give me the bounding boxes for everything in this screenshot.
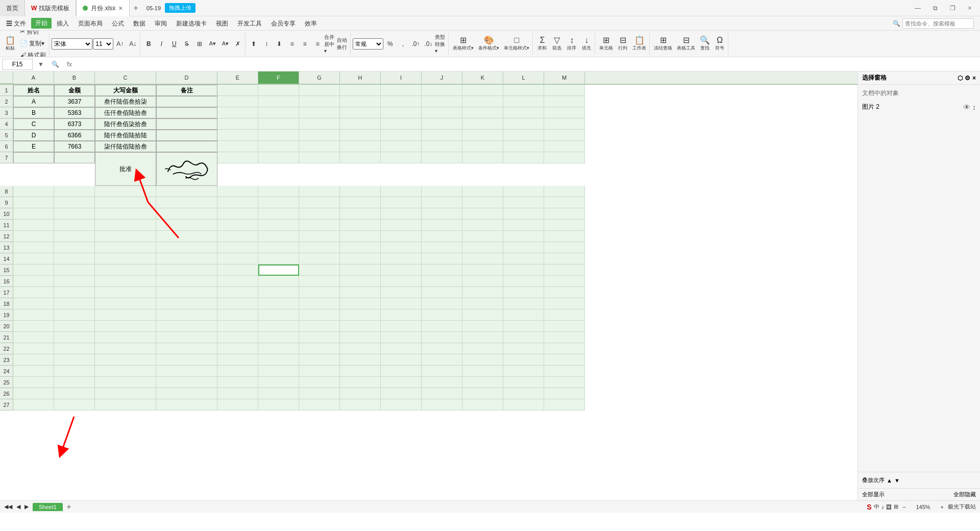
menu-newtab[interactable]: 新建选项卡 [172,17,211,30]
cell-C2[interactable]: 叁仟陆佰叁拾柒 [95,96,156,107]
col-header-A[interactable]: A [13,71,54,84]
cell-I4[interactable] [381,118,422,130]
cell-H8[interactable] [340,186,381,197]
menu-kaishi[interactable]: 开始 [31,18,52,29]
cell-L2[interactable] [503,96,544,107]
cell-K18[interactable] [462,298,503,309]
cell-A4[interactable]: C [13,118,54,130]
cell-H11[interactable] [340,220,381,231]
align-right-button[interactable]: ≡ [311,38,324,50]
format-painter-button[interactable]: 🖌 格式刷 [18,50,48,58]
cell-M26[interactable] [544,388,585,399]
cell-M20[interactable] [544,321,585,332]
row-header-14[interactable]: 14 [0,253,13,264]
menu-formula[interactable]: 公式 [108,17,128,30]
cell-K6[interactable] [462,141,503,152]
cell-C8[interactable] [95,186,156,197]
cell-D7[interactable] [156,152,217,186]
filter-button[interactable]: ▽ 筛选 [550,34,564,54]
cell-M19[interactable] [544,309,585,321]
cell-G11[interactable] [299,220,340,231]
cell-G6[interactable] [299,141,340,152]
cell-I18[interactable] [381,298,422,309]
cell-J7[interactable] [422,152,462,163]
cell-J15[interactable] [422,264,462,276]
cell-K12[interactable] [462,231,503,242]
cell-H1[interactable] [340,85,381,96]
cell-M1[interactable] [544,85,585,96]
row-header-8[interactable]: 8 [0,186,13,197]
cell-E26[interactable] [217,388,258,399]
cell-M18[interactable] [544,298,585,309]
cell-D16[interactable] [156,276,217,287]
cell-L23[interactable] [503,354,544,366]
type-convert-button[interactable]: 类型转换▾ [435,38,447,50]
cell-M8[interactable] [544,186,585,197]
cell-G20[interactable] [299,321,340,332]
cell-J9[interactable] [422,197,462,208]
row-header-12[interactable]: 12 [0,231,13,242]
cell-E7[interactable] [217,152,258,163]
cell-H16[interactable] [340,276,381,287]
visibility-icon[interactable]: 👁 [963,103,970,111]
row-header-27[interactable]: 27 [0,399,13,411]
cell-H12[interactable] [340,231,381,242]
cell-C25[interactable] [95,377,156,388]
cell-M14[interactable] [544,253,585,264]
cell-B13[interactable] [54,242,95,253]
row-header-1[interactable]: 1 [0,85,13,96]
cell-H19[interactable] [340,309,381,321]
cell-B5[interactable]: 6366 [54,130,95,141]
copy-button[interactable]: 📄 复制▾ [18,38,48,50]
cell-B25[interactable] [54,377,95,388]
cell-D2[interactable] [156,96,217,107]
minimize-button[interactable]: — [910,0,926,16]
fill-color-button[interactable]: A▾ [206,38,218,50]
cell-E6[interactable] [217,141,258,152]
row-header-11[interactable]: 11 [0,220,13,231]
cell-C24[interactable] [95,366,156,377]
cell-B15[interactable] [54,264,95,276]
cell-M12[interactable] [544,231,585,242]
cell-J6[interactable] [422,141,462,152]
add-sheet-button[interactable]: + [64,502,74,512]
cell-C4[interactable]: 陆仟叁佰柒拾叁 [95,118,156,130]
cell-E11[interactable] [217,220,258,231]
cell-B26[interactable] [54,388,95,399]
close-window-button[interactable]: × [962,0,978,16]
cell-F1[interactable] [258,85,299,96]
cell-G13[interactable] [299,242,340,253]
cell-H21[interactable] [340,332,381,343]
cell-I9[interactable] [381,197,422,208]
cell-G23[interactable] [299,354,340,366]
nav-forward-button[interactable]: ▶ [24,503,29,510]
cell-B22[interactable] [54,343,95,354]
cell-A22[interactable] [13,343,54,354]
cell-D17[interactable] [156,287,217,298]
cell-D24[interactable] [156,366,217,377]
cell-G15[interactable] [299,264,340,276]
cell-F21[interactable] [258,332,299,343]
cell-A26[interactable] [13,388,54,399]
row-header-5[interactable]: 5 [0,130,13,141]
cell-B21[interactable] [54,332,95,343]
cell-J25[interactable] [422,377,462,388]
cell-J23[interactable] [422,354,462,366]
cell-D22[interactable] [156,343,217,354]
cell-B19[interactable] [54,309,95,321]
cell-E21[interactable] [217,332,258,343]
row-header-23[interactable]: 23 [0,354,13,366]
cell-M9[interactable] [544,197,585,208]
cell-G4[interactable] [299,118,340,130]
cell-M7[interactable] [544,152,585,163]
cell-C3[interactable]: 伍仟叁佰陆拾叁 [95,107,156,118]
cell-I15[interactable] [381,264,422,276]
cell-G18[interactable] [299,298,340,309]
cell-F9[interactable] [258,197,299,208]
cell-A5[interactable]: D [13,130,54,141]
cell-D11[interactable] [156,220,217,231]
cell-B9[interactable] [54,197,95,208]
wrap-button[interactable]: 自动换行 [337,38,349,50]
cell-B16[interactable] [54,276,95,287]
cell-G14[interactable] [299,253,340,264]
